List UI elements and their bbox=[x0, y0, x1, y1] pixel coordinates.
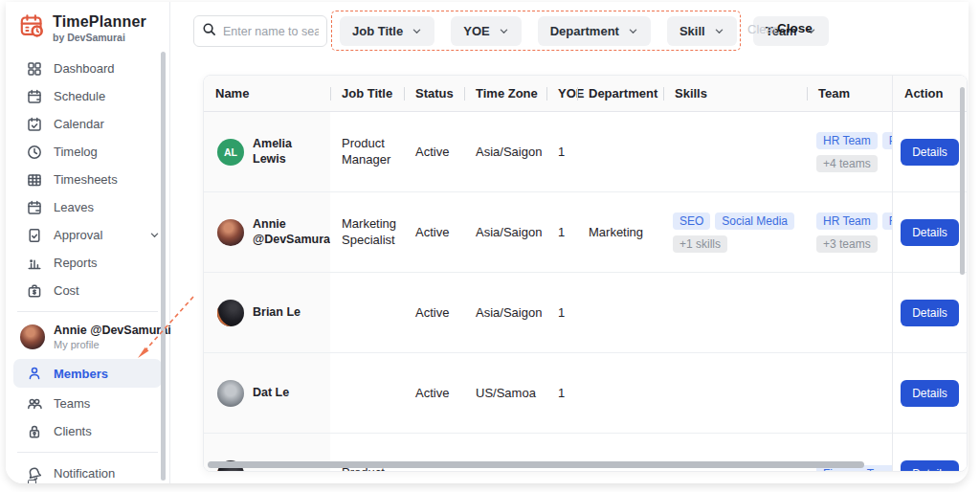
avatar bbox=[217, 300, 244, 326]
skill-tag-more[interactable]: +1 skills bbox=[673, 235, 727, 253]
table-vertical-scrollbar[interactable] bbox=[960, 87, 965, 275]
approval-icon bbox=[27, 228, 42, 243]
filter-label: YOE bbox=[463, 24, 489, 38]
member-name: Annie @DevSamurai bbox=[253, 217, 330, 247]
department-cell bbox=[577, 112, 663, 191]
column-header: Name bbox=[204, 76, 330, 111]
sidebar-item-label: Calendar bbox=[54, 117, 160, 131]
table-row: Brian LeActiveAsia/Saigon1 bbox=[204, 273, 968, 353]
job-title-cell bbox=[330, 353, 404, 433]
sidebar-item-schedule[interactable]: Schedule bbox=[6, 82, 169, 110]
main-area: Job TitleYOEDepartmentSkillTeam Clear Cl… bbox=[170, 2, 969, 483]
department-cell bbox=[577, 353, 663, 433]
sidebar-item-approval[interactable]: Approval bbox=[6, 221, 169, 249]
search-box[interactable] bbox=[193, 15, 327, 47]
team-tag[interactable]: HR Team bbox=[816, 132, 878, 149]
sidebar-item-label: Clients bbox=[54, 424, 160, 438]
filter-label: Department bbox=[550, 24, 619, 38]
sidebar-item-leaves[interactable]: Leaves bbox=[6, 193, 169, 221]
team-tag[interactable]: HR Team bbox=[816, 212, 878, 230]
details-button[interactable]: Details bbox=[901, 139, 959, 166]
sidebar-scrollbar[interactable] bbox=[161, 52, 166, 481]
column-header: Status bbox=[404, 76, 464, 111]
person-icon bbox=[27, 366, 42, 381]
close-filters-button[interactable]: Close bbox=[777, 21, 813, 35]
app-byline: by DevSamurai bbox=[53, 32, 146, 43]
table-row: Annie @DevSamuraiMarketing SpecialistAct… bbox=[204, 192, 968, 273]
job-title-cell: Marketing Specialist bbox=[330, 192, 404, 272]
job-title-cell bbox=[330, 273, 404, 352]
status-cell: Active bbox=[404, 353, 464, 433]
member-name: Dat Le bbox=[253, 386, 289, 401]
details-button[interactable]: Details bbox=[901, 380, 959, 407]
reports-icon bbox=[27, 256, 42, 271]
table-row: ALAmelia LewisProduct ManagerActiveAsia/… bbox=[204, 112, 968, 192]
calendar-icon bbox=[27, 117, 42, 132]
team-tag-more[interactable]: +4 teams bbox=[816, 155, 878, 172]
table-header-row: NameJob TitleStatusTime ZoneYOEDepartmen… bbox=[204, 76, 968, 112]
sidebar-item-reports[interactable]: Reports bbox=[6, 249, 169, 277]
yoe-cell: 1 bbox=[546, 112, 577, 191]
name-cell[interactable]: Brian Le bbox=[204, 273, 330, 352]
sidebar-item-clients[interactable]: Clients bbox=[6, 417, 169, 445]
app-logo[interactable]: TimePlanner by DevSamurai bbox=[6, 2, 169, 51]
skills-cell: SEOSocial Media+1 skills bbox=[663, 192, 807, 272]
time-zone-cell: US/Samoa bbox=[464, 353, 546, 433]
action-cell: Details bbox=[893, 353, 967, 434]
chevron-down-icon bbox=[714, 26, 724, 36]
sidebar-item-label: Timelog bbox=[54, 145, 160, 159]
sidebar-item-label: Dashboard bbox=[54, 61, 160, 76]
avatar bbox=[217, 380, 244, 407]
sidebar-item-timesheets[interactable]: Timesheets bbox=[6, 166, 169, 193]
avatar: AL bbox=[217, 139, 244, 166]
lock-person-icon bbox=[27, 424, 42, 439]
sidebar-item-timelog[interactable]: Timelog bbox=[6, 138, 169, 166]
skill-tag[interactable]: SEO bbox=[673, 212, 710, 230]
details-button[interactable]: Details bbox=[901, 460, 959, 473]
profile-avatar bbox=[20, 324, 45, 349]
dashboard-icon bbox=[27, 61, 42, 77]
action-cell: Details bbox=[893, 192, 967, 273]
filter-group-annotation: Job TitleYOEDepartmentSkillTeam bbox=[331, 11, 741, 51]
yoe-cell: 1 bbox=[546, 273, 577, 352]
details-button[interactable]: Details bbox=[901, 300, 959, 326]
chevron-down-icon bbox=[412, 26, 422, 36]
sidebar-item-label: Leaves bbox=[54, 200, 160, 214]
search-input[interactable] bbox=[223, 25, 319, 38]
sidebar-item-dashboard[interactable]: Dashboard bbox=[6, 55, 169, 82]
column-header: Job Title bbox=[330, 76, 404, 111]
filter-dropdown-skill[interactable]: Skill bbox=[667, 16, 737, 46]
details-button[interactable]: Details bbox=[901, 219, 959, 246]
sidebar-item-cost[interactable]: Cost bbox=[6, 277, 169, 304]
sidebar-item-members[interactable]: Members bbox=[13, 359, 162, 388]
filter-label: Job Title bbox=[352, 24, 403, 38]
sidebar-item-label: Schedule bbox=[54, 89, 160, 103]
job-title-cell: Product Manager bbox=[330, 112, 404, 191]
sidebar-item-label: Approval bbox=[54, 228, 138, 242]
sidebar-item-label: Teams bbox=[54, 396, 160, 411]
sidebar-item-label: Members bbox=[54, 367, 152, 381]
skill-tag[interactable]: Social Media bbox=[715, 212, 794, 230]
clear-filters-button[interactable]: Clear bbox=[747, 22, 777, 36]
sidebar-divider bbox=[17, 311, 158, 312]
table-horizontal-scrollbar[interactable] bbox=[208, 461, 864, 468]
profile-item[interactable]: Annie @DevSamuraiMy profile bbox=[6, 319, 169, 357]
action-cell: Details bbox=[893, 434, 967, 472]
name-cell[interactable]: ALAmelia Lewis bbox=[204, 112, 330, 191]
sidebar-divider bbox=[17, 452, 158, 453]
sidebar-item-teams[interactable]: Teams bbox=[6, 390, 169, 417]
filter-dropdown-yoe[interactable]: YOE bbox=[451, 16, 521, 46]
time-zone-cell: Asia/Saigon bbox=[464, 273, 546, 352]
name-cell[interactable]: Dat Le bbox=[204, 353, 330, 433]
sidebar-item-calendar[interactable]: Calendar bbox=[6, 110, 169, 138]
app-window: TimePlanner by DevSamurai DashboardSched… bbox=[6, 2, 969, 483]
yoe-cell: 1 bbox=[546, 353, 577, 433]
filter-label: Skill bbox=[679, 24, 705, 38]
filter-dropdown-job-title[interactable]: Job Title bbox=[340, 16, 434, 46]
name-cell[interactable]: Annie @DevSamurai bbox=[204, 192, 330, 272]
schedule-icon bbox=[27, 89, 42, 104]
team-tag-more[interactable]: +3 teams bbox=[816, 235, 878, 253]
action-cell: Details bbox=[893, 273, 967, 353]
filter-dropdown-department[interactable]: Department bbox=[538, 16, 651, 46]
chevron-down-icon bbox=[499, 26, 509, 36]
